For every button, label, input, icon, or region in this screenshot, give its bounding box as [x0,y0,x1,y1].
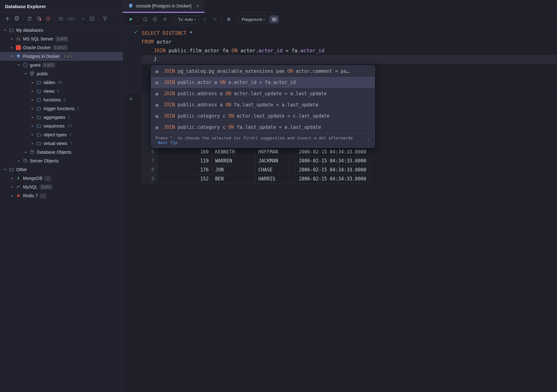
svg-rect-7 [16,36,21,41]
table-cell[interactable]: 2006-02-15 04:34:33.0000 [296,147,370,156]
chevron-icon[interactable]: ▸ [30,105,34,112]
next-tip-link[interactable]: Next Tip [158,140,178,145]
stop-db-icon[interactable] [35,15,43,22]
tree-row[interactable]: ▾Other [0,165,123,174]
table-cell[interactable]: BEN [212,175,255,184]
table-cell[interactable]: JON [212,166,255,175]
close-results-icon[interactable]: ✕ [129,96,133,101]
explain-icon[interactable]: P [151,15,159,24]
stop-button[interactable] [224,15,233,24]
tree-label: MS SQL Server [23,35,54,42]
table-cell[interactable]: CHASE [255,166,296,175]
table-cell[interactable]: 152 [157,175,212,184]
chevron-icon[interactable]: ▸ [10,35,14,42]
code-line: JOIN public.film_actor fa ON actor.actor… [142,46,557,55]
table-cell[interactable]: HOFFMAN [255,147,296,156]
table-cell[interactable]: 176 [157,166,212,175]
grid-view-button[interactable] [269,15,279,23]
tree-count: 1 [68,114,70,121]
tree-row[interactable]: ▸Oracle Docker1 of 17 [0,43,123,52]
tab-console[interactable]: console [Postgres in Docker] ✕ [123,0,204,13]
table-icon[interactable] [57,15,65,22]
tree-row[interactable]: ▾public [0,69,123,78]
chevron-icon[interactable]: ▸ [30,96,34,103]
mysql-icon [16,184,21,190]
diagnostics-icon[interactable] [44,15,52,22]
autocomplete-item[interactable]: ▦JOIN pg_catalog.pg_available_extensions… [151,66,375,77]
table-row[interactable]: 6169KENNETHHOFFMAN2006-02-15 04:34:33.00… [142,147,370,156]
tree-row[interactable]: ▸object types2 [0,130,123,139]
autocomplete-item[interactable]: ▦JOIN public.address a ON fa.last_update… [151,99,375,110]
duplicate-icon[interactable] [13,15,21,22]
chevron-icon[interactable]: ▸ [10,44,14,51]
nav-icon[interactable] [79,15,87,22]
table-cell[interactable]: KENNETH [212,147,255,156]
table-row[interactable]: 7119WARRENJACKMAN2006-02-15 04:34:33.000… [142,156,370,166]
table-row[interactable]: 9152BENHARRIS2006-02-15 04:34:33.0000 [142,175,370,184]
tree-row[interactable]: ▾guest1 of 3 [0,61,123,69]
tree-row[interactable]: ▸MongoDB... [0,174,123,183]
tree-row[interactable]: ▸Server Objects [0,156,123,165]
tree-row[interactable]: ▸Redis 7... [0,191,123,200]
tree-row[interactable]: ▾My databases [0,26,123,35]
tree-row[interactable]: ▾Postgres in Docker1 of 2 [0,52,123,61]
chevron-icon[interactable]: ▸ [30,114,34,121]
autocomplete-item[interactable]: ▦JOIN public.address a ON actor.last_upd… [151,88,375,99]
terminal-icon[interactable] [88,15,96,22]
chevron-icon[interactable]: ▸ [30,140,34,147]
tree-row[interactable]: ▸virtual views7 [0,139,123,148]
commit-icon[interactable] [200,15,209,24]
tree-label: My databases [16,27,43,34]
chevron-icon[interactable]: ▸ [30,131,34,138]
table-cell[interactable]: 2006-02-15 04:34:33.0000 [296,175,370,184]
chevron-icon[interactable]: ▸ [17,157,21,164]
chevron-icon[interactable]: ▸ [30,123,34,129]
tree-row[interactable]: ▸aggregates1 [0,113,123,122]
chevron-icon[interactable]: ▸ [30,79,34,86]
tree-row[interactable]: ▸Database Objects [0,148,123,156]
table-row[interactable]: 8176JONCHASE2006-02-15 04:34:33.0000 [142,166,370,175]
table-cell[interactable]: JACKMAN [255,156,296,166]
chevron-icon[interactable]: ▸ [24,149,27,156]
chevron-icon[interactable]: ▸ [30,88,34,95]
autocomplete-item[interactable]: ▦JOIN public.actor a ON a.actor_id = fa.… [151,77,375,88]
filter-icon[interactable] [101,15,109,22]
tx-mode-dropdown[interactable]: Tx: Auto▾ [175,16,199,23]
table-cell[interactable]: 169 [157,147,212,156]
chevron-icon[interactable]: ▸ [10,184,14,190]
tree-badge: 1 of 2 [62,54,75,59]
autocomplete-item[interactable]: ▦JOIN public.category c ON fa.last_updat… [151,122,375,133]
add-icon[interactable] [4,15,11,22]
more-icon[interactable]: ⋮ [366,138,370,143]
tree-row[interactable]: ▸trigger functions1 [0,104,123,113]
tree-row[interactable]: ▸functions8 [0,96,123,104]
tree-row[interactable]: ▸MS SQL Server1 of 5 [0,35,123,43]
chevron-icon[interactable]: ▾ [3,27,7,34]
settings-icon[interactable] [161,15,169,24]
tree-row[interactable]: ▸MySQL3 of 5 [0,183,123,191]
ddl-button[interactable]: DDL [67,16,77,21]
chevron-icon[interactable]: ▾ [24,70,27,77]
run-button[interactable] [127,15,135,24]
tab-bar: console [Postgres in Docker] ✕ [123,0,557,13]
autocomplete-item[interactable]: ▦JOIN public.category c ON actor.last_up… [151,110,375,122]
table-cell[interactable]: HARRIS [255,175,296,184]
table-cell[interactable]: 119 [157,156,212,166]
chevron-icon[interactable]: ▸ [10,175,14,182]
table-cell[interactable]: WARREN [212,156,255,166]
table-cell[interactable]: 2006-02-15 04:34:33.0000 [296,156,370,166]
rollback-icon[interactable] [210,15,219,24]
chevron-icon[interactable]: ▾ [10,53,14,60]
tree-row[interactable]: ▸tables26 [0,78,123,87]
close-icon[interactable]: ✕ [196,3,199,8]
table-cell[interactable]: 2006-02-15 04:34:33.0000 [296,166,370,175]
chevron-icon[interactable]: ▾ [17,62,21,68]
chevron-icon[interactable]: ▸ [10,192,14,199]
refresh-icon[interactable] [26,15,33,22]
target-dropdown[interactable]: Playground▾ [238,16,269,23]
history-icon[interactable] [141,15,149,24]
chevron-icon[interactable]: ▾ [3,166,7,173]
tree-row[interactable]: ▸sequences13 [0,122,123,130]
svg-rect-5 [59,17,63,20]
tree-row[interactable]: ▸views4 [0,87,123,96]
